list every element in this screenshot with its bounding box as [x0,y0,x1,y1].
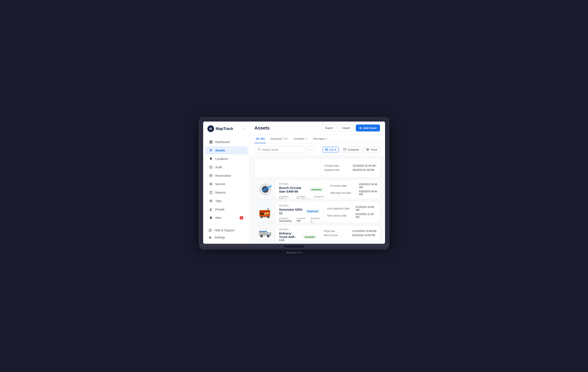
sidebar-item-reports[interactable]: Reports [205,189,248,197]
asset-id-3: 45f06c [279,228,317,231]
user-info[interactable]: TJ Trent Jones trent@mantrack.com ▾ [207,244,245,244]
schedule-view-button[interactable]: Schedule [341,147,362,153]
purchase-date-value: 4/25/2023 10:49 AM [359,183,378,189]
list-chevron-icon: ▾ [335,148,336,151]
svg-rect-1 [211,140,212,142]
sidebar-item-locations[interactable]: Locations [205,155,248,163]
people-icon [209,207,213,211]
page-title: Assets [254,125,270,131]
svg-rect-79 [279,229,281,230]
sidebar-item-alert[interactable]: Alert 5 [205,214,248,222]
asset-info-1: 45f06c Bosch Circular Saw SAW-58 Availab… [276,180,327,199]
asset-id-text-3: 45f06c [282,228,289,231]
asset-name-1: Bosch Circular Saw SAW-58 [279,186,307,193]
sidebar-label-reports: Reports [215,191,226,194]
svg-point-20 [211,202,211,202]
date-row-created: Created date : 5/13/2024 10:49 AM [325,164,377,167]
track-view-button[interactable]: Track [363,147,380,153]
table-row[interactable]: Created date : 5/13/2024 10:49 AM Update… [254,159,380,177]
svg-rect-66 [279,205,281,206]
tabs-bar: All 934 Deployed 929 Available 3 Damag [250,135,385,143]
meta-value-assigned-2: Billy Bank [311,222,320,223]
asset-meta-1: Category Drills & Powertools Location Pu… [279,195,324,199]
svg-rect-28 [325,149,328,149]
sidebar-label-dashboard: Dashboard [215,140,230,144]
collapse-button[interactable]: ← [242,127,245,130]
meta-value-category-2: Generators [279,220,292,223]
sidebar-label-help: Help & Support [215,229,234,232]
next-service-label-3: Next service [324,234,349,237]
tab-all[interactable]: All 934 [254,135,266,143]
sidebar-label-alert: Alert [215,216,221,220]
svg-point-36 [367,149,368,150]
export-button[interactable]: Export [322,125,337,131]
date-row-next-svc: Next service : 6/16/2024 15:00 PM [324,234,376,237]
tab-all-label: All [256,137,259,140]
status-badge-3: Available [303,235,317,239]
sidebar-item-dashboard[interactable]: Dashboard [205,138,248,146]
svg-rect-3 [211,142,212,143]
tab-available-count: 3 [306,137,307,140]
meta-label-location-1: Location [297,195,309,198]
svg-rect-51 [279,183,281,185]
sidebar-item-reservation[interactable]: Reservation [205,172,248,180]
tab-all-count: 934 [260,137,265,140]
sidebar-item-service[interactable]: Service [205,180,248,188]
tab-available[interactable]: Available 3 [292,135,308,143]
alert-badge: 5 [240,216,243,220]
sidebar-item-tags[interactable]: Tags [205,197,248,205]
svg-point-15 [211,200,212,200]
svg-rect-0 [210,140,211,142]
more-options-button[interactable]: ··· [307,146,315,153]
sidebar-logo: M MapTrack ← [203,122,249,136]
asset-id-1: 45f06c [279,183,324,185]
gear-icon [208,235,212,239]
svg-point-64 [261,216,262,218]
asset-dates-0: Created date : 5/13/2024 10:49 AM Update… [321,159,380,177]
updated-date-value: 6/6/2024 01:39 PM [353,169,374,171]
svg-point-8 [210,183,211,184]
card-menu-0[interactable]: ⋮ [374,161,378,165]
svg-rect-46 [259,189,261,190]
tab-damaged[interactable]: Damaged 1 [312,135,329,143]
asset-name-row-3: Delivery Truck AHF-122 Available [279,232,317,241]
sidebar-item-help[interactable]: Help & Support [207,227,245,234]
sidebar-item-assets[interactable]: Aseets [205,146,248,154]
sidebar-label-locations: Locations [215,157,228,160]
meta-location-2: Location Pitt Street Job [297,217,306,223]
sidebar-footer: Help & Support Settings TJ [203,224,249,244]
tab-deployed-count: 929 [283,137,288,140]
table-row[interactable]: 45f06c Bosch Circular Saw SAW-58 Availab… [254,180,380,199]
main-content: Assets Export Import ⊕ Add Asset [250,122,385,244]
search-input-wrap[interactable] [254,146,305,153]
svg-point-18 [211,201,212,201]
reports-icon [209,191,213,194]
sidebar-item-settings[interactable]: Settings [207,234,245,241]
list-view-button[interactable]: List ▾ [322,147,339,153]
next-service-label-2: Next service date [327,214,352,217]
laptop-base [199,244,389,250]
app-container: M MapTrack ← Dashboard [203,122,385,244]
sidebar-footer-items: Help & Support Settings [207,227,245,241]
svg-rect-45 [265,194,266,195]
tab-deployed[interactable]: Deployed 929 [269,135,289,143]
inspection-date-label: Last inspection date [327,207,352,210]
laptop-wrapper: M MapTrack ← Dashboard [199,118,389,254]
svg-point-14 [211,200,211,200]
search-input[interactable] [262,148,302,151]
search-left: ··· [254,146,315,153]
import-button[interactable]: Import [339,125,354,131]
svg-point-63 [267,208,268,209]
date-row-warranty: Warranty end date : 4/30/2024 04:00 PM [331,190,378,196]
meta-label-category-1: Category [279,195,292,198]
table-row[interactable]: 45f06c Generator GEN-11 Deployed Categor… [254,201,380,223]
sidebar-item-people[interactable]: People [205,205,248,213]
meta-value-location-1: Punchbowl Yard [297,198,309,199]
svg-point-23 [211,208,212,209]
locations-icon [209,157,213,161]
logo-letter: M [210,127,212,130]
rego-label: Rego due [324,230,349,233]
add-asset-button[interactable]: ⊕ Add Asset [356,125,380,131]
table-row[interactable]: 45f06c Delivery Truck AHF-122 Available … [254,225,380,241]
sidebar-item-audit[interactable]: Audit [205,163,248,171]
